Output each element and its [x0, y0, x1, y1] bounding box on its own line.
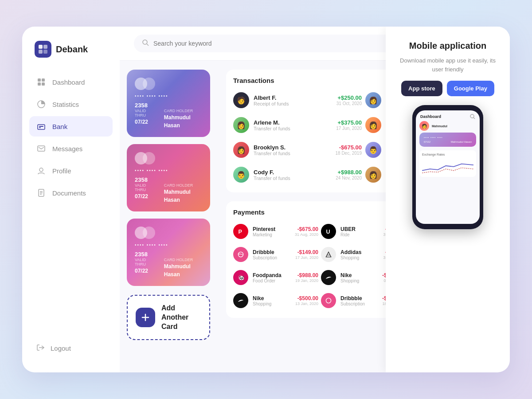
pay-info: Nike Shopping: [253, 295, 291, 306]
pay-name: Dribbble: [340, 295, 378, 301]
phone-card-dots: •••• •••• ••••: [424, 136, 472, 139]
pay-date: 31 Aug, 2020: [295, 232, 318, 237]
pay-name: UBER: [340, 226, 379, 232]
tx-info: Brooklyn S. Transfer of funds: [254, 144, 331, 156]
card-2-dots: •••• •••• ••••: [135, 168, 202, 173]
pay-info: Addidas Shopping: [340, 249, 379, 260]
pay-icon: [321, 247, 336, 262]
tx-amount: +$250.00: [336, 94, 362, 101]
card-1-holder: CARD HOLDER Mahmudul Hasan: [164, 109, 202, 129]
sidebar-item-bank[interactable]: Bank: [29, 116, 113, 137]
logout-label: Logout: [51, 344, 71, 352]
tx-avatar: 👨: [233, 167, 249, 183]
messages-icon: [36, 144, 46, 153]
pay-info: Foodpanda Food Order: [253, 272, 291, 283]
transaction-item: 👨 Cody F. Transfer of funds +$988.00 24 …: [233, 164, 362, 185]
tx-avatar: 👩: [233, 117, 249, 133]
tx-avatar: 👩: [365, 92, 381, 108]
pay-icon: [321, 270, 336, 285]
payment-item: Dribbble Subscription -$149.00 17 Jun, 2…: [233, 244, 318, 265]
documents-icon: [36, 188, 46, 198]
sidebar-item-dashboard-label: Dashboard: [52, 78, 85, 86]
svg-line-37: [473, 117, 475, 119]
pay-info: Dribbble Subscription: [253, 249, 291, 260]
sidebar-item-messages-label: Messages: [52, 145, 82, 153]
tx-amount-date: +$375.00 17 Jun, 2020: [336, 119, 362, 131]
logout-button[interactable]: Logout: [22, 338, 120, 358]
tx-amount: +$375.00: [336, 119, 362, 126]
card-circle-2: [143, 78, 155, 90]
sidebar-item-statistics-label: Statistics: [52, 101, 79, 108]
pay-icon: U: [321, 224, 336, 239]
statistics-icon: [36, 99, 46, 109]
card-2-last4: 2358: [135, 176, 202, 183]
transactions-title: Transactions: [233, 77, 274, 84]
card-1-holder-label: CARD HOLDER: [164, 109, 202, 113]
sidebar-item-dashboard[interactable]: Dashboard: [29, 72, 113, 92]
bank-card-2[interactable]: •••• •••• •••• 2358 VALID THRU 07/22 CAR…: [127, 144, 210, 211]
pay-type: Marketing: [253, 232, 290, 237]
tx-avatar: 👨: [365, 142, 381, 158]
dashboard-icon: [36, 77, 46, 87]
sidebar-item-profile-label: Profile: [52, 167, 71, 175]
pay-icon: [233, 293, 248, 308]
pay-icon: P: [233, 224, 248, 239]
svg-rect-0: [39, 45, 43, 49]
app-store-button[interactable]: App store: [401, 81, 442, 96]
sidebar-item-messages[interactable]: Messages: [29, 138, 113, 159]
sidebar-item-documents[interactable]: Documents: [29, 183, 113, 203]
payment-item: Nike Shopping -$500.00 13 Jan, 2020: [233, 290, 318, 311]
phone-card-valid: 07/22: [424, 141, 430, 143]
svg-rect-3: [43, 50, 47, 54]
profile-icon: [36, 166, 46, 176]
card-1-valid: VALID THRU 07/22: [135, 109, 155, 129]
cards-panel: •••• •••• •••• 2358 VALID THRU 07/22 CAR…: [120, 61, 217, 372]
bank-card-1[interactable]: •••• •••• •••• 2358 VALID THRU 07/22 CAR…: [127, 70, 210, 137]
phone-mini-card: •••• •••• •••• 07/22 Mahmudul Hasan: [419, 133, 476, 147]
phone-chart: Exchange Rates: [419, 150, 476, 177]
logo: Debank: [22, 41, 120, 72]
tx-avatar: 👩: [365, 117, 381, 133]
tx-amount-date: -$675.00 18 Dec, 2019: [336, 144, 362, 156]
tx-date: 31 Oct, 2020: [336, 101, 362, 106]
card-2-holder-value: Mahmudul Hasan: [164, 189, 191, 203]
card-2-valid-value: 07/22: [135, 193, 148, 200]
tx-avatar: 🧑: [233, 92, 249, 108]
card-circle-6: [143, 227, 155, 239]
pay-info: UBER Ride: [340, 226, 379, 237]
pay-type: Ride: [340, 232, 379, 237]
transaction-item: 🧑 Albert F. Receipt of funds +$250.00 31…: [233, 90, 362, 111]
card-3-dots: •••• •••• ••••: [135, 243, 202, 247]
svg-line-20: [147, 44, 149, 46]
svg-text:U: U: [326, 229, 330, 235]
sidebar-item-profile[interactable]: Profile: [29, 160, 113, 181]
tx-amount: -$675.00: [336, 144, 362, 151]
sidebar-item-statistics[interactable]: Statistics: [29, 94, 113, 114]
store-buttons: App store Google Play: [401, 81, 494, 96]
svg-point-34: [326, 298, 331, 303]
phone-mockup: Dashboard 🧑 Mahmudul •••• •••• •••• 07/2…: [412, 105, 483, 229]
mobile-app-title: Mobile application: [409, 41, 486, 51]
pay-icon: [233, 247, 248, 262]
pay-icon: [321, 293, 336, 308]
card-3-holder-value: Mahmudul Hasan: [164, 263, 191, 278]
tx-type: Transfer of funds: [254, 151, 331, 156]
tx-type: Receipt of funds: [254, 101, 332, 106]
card-1-valid-label: VALID THRU: [135, 109, 155, 117]
add-card-button[interactable]: Add Another Card: [127, 295, 210, 340]
google-play-button[interactable]: Google Play: [447, 81, 494, 96]
svg-text:🐼: 🐼: [239, 275, 244, 281]
pay-amount: -$675.00: [295, 226, 318, 232]
sidebar-item-documents-label: Documents: [52, 189, 86, 197]
payment-item: P Pinterest Marketing -$675.00 31 Aug, 2…: [233, 221, 318, 242]
pay-amount-date: -$675.00 31 Aug, 2020: [295, 226, 318, 237]
pay-type: Shopping: [340, 255, 379, 260]
nav-menu: Dashboard Statistics: [22, 72, 120, 338]
mobile-app-description: Download mobile app use it easily, its u…: [396, 56, 499, 74]
exchange-rates-label: Exchange Rates: [422, 153, 473, 156]
bank-card-3[interactable]: •••• •••• •••• 2358 VALID THRU 07/22 CAR…: [127, 219, 210, 286]
pay-name: Addidas: [340, 249, 379, 255]
card-3-valid-label: VALID THRU: [135, 258, 155, 266]
tx-name: Albert F.: [254, 94, 332, 101]
svg-rect-7: [42, 82, 45, 86]
